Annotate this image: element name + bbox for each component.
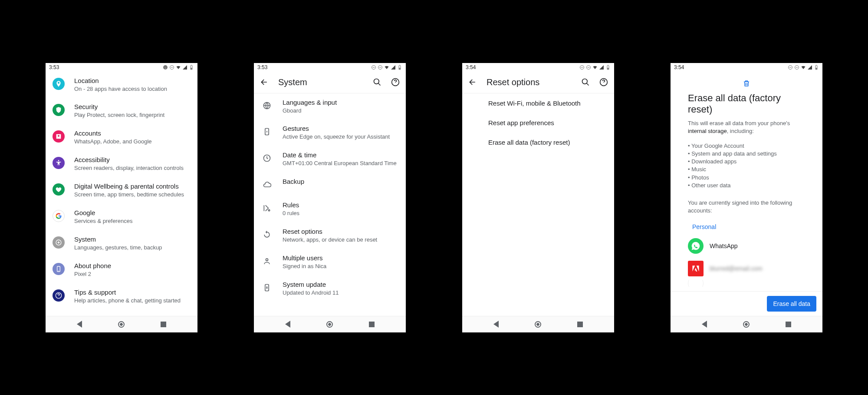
svg-point-5 xyxy=(58,242,59,243)
nav-back[interactable] xyxy=(493,321,499,328)
nav-back[interactable] xyxy=(285,321,290,328)
system-item-clock[interactable]: Date & time GMT+01:00 Central European S… xyxy=(254,146,406,173)
wellbeing-icon xyxy=(53,183,65,196)
clock-icon xyxy=(261,152,273,164)
nav-recent[interactable] xyxy=(577,322,583,327)
help-icon[interactable] xyxy=(391,78,400,86)
nav-home[interactable] xyxy=(118,321,125,328)
phone-settings-main: 3:53 Location On - 28 apps have access t… xyxy=(46,63,197,332)
system-icon xyxy=(53,236,65,249)
settings-item-title: Security xyxy=(74,103,191,110)
system-item-subtitle: Updated to Android 11 xyxy=(283,289,399,297)
system-item-cloud[interactable]: Backup xyxy=(254,173,406,196)
nav-home[interactable] xyxy=(743,321,750,328)
system-item-gesture[interactable]: Gestures Active Edge on, squeeze for you… xyxy=(254,119,406,146)
nav-back[interactable] xyxy=(702,321,707,328)
erase-bullets: Your Google AccountSystem and app data a… xyxy=(688,142,805,189)
settings-item-tips[interactable]: Tips & support Help articles, phone & ch… xyxy=(46,283,197,310)
erase-title: Erase all data (factory reset) xyxy=(688,93,805,115)
statusbar: 3:54 xyxy=(462,63,614,72)
nav-recent[interactable] xyxy=(369,322,375,327)
erase-bullet: Photos xyxy=(688,174,805,182)
settings-item-about[interactable]: About phone Pixel 2 xyxy=(46,257,197,283)
settings-item-subtitle: Languages, gestures, time, backup xyxy=(74,244,191,252)
wifi-icon xyxy=(176,65,181,70)
svg-line-15 xyxy=(378,83,381,86)
back-icon[interactable] xyxy=(468,78,477,86)
settings-item-title: Tips & support xyxy=(74,289,191,296)
cloud-icon xyxy=(261,179,273,191)
account-row-adobe[interactable]: blurred@email.com xyxy=(688,257,805,280)
signal-icon xyxy=(182,65,187,70)
about-icon xyxy=(53,263,65,275)
svg-point-28 xyxy=(582,79,588,84)
svg-rect-35 xyxy=(816,68,817,70)
trash-icon xyxy=(688,80,805,87)
settings-item-system[interactable]: System Languages, gestures, time, backup xyxy=(46,230,197,257)
nav-back[interactable] xyxy=(77,321,82,328)
nav-recent[interactable] xyxy=(786,322,791,327)
appbar-title: Reset options xyxy=(487,77,572,87)
google-icon xyxy=(53,210,65,222)
search-icon[interactable] xyxy=(373,78,381,86)
erase-content: Erase all data (factory reset) This will… xyxy=(671,72,822,316)
appbar-title: System xyxy=(278,77,363,87)
update-icon xyxy=(261,282,273,294)
system-item-subtitle: GMT+01:00 Central European Standard Time xyxy=(283,160,399,167)
settings-item-google[interactable]: Google Services & preferences xyxy=(46,204,197,230)
system-item-rules[interactable]: Rules 0 rules xyxy=(254,196,406,222)
settings-item-accounts[interactable]: Accounts WhatsApp, Adobe, and Google xyxy=(46,124,197,151)
system-item-title: Languages & input xyxy=(283,99,399,106)
svg-rect-27 xyxy=(608,68,609,70)
svg-rect-13 xyxy=(399,68,401,70)
battery-icon xyxy=(189,65,194,70)
back-icon[interactable] xyxy=(260,78,269,86)
erase-bullet: Your Google Account xyxy=(688,142,805,150)
statusbar-time: 3:53 xyxy=(257,64,267,70)
phone-system: 3:53 System Languages & input Gboard xyxy=(254,63,406,332)
settings-item-subtitle: Services & preferences xyxy=(74,218,191,225)
phone-erase-all: 3:54 Erase all data (factory reset) This… xyxy=(671,63,822,332)
settings-item-title: Location xyxy=(74,77,191,84)
signed-in-message: You are currently signed into the follow… xyxy=(688,199,805,215)
statusbar-icons xyxy=(371,65,402,70)
erase-bullet: System and app data and settings xyxy=(688,150,805,158)
settings-item-accessibility[interactable]: Accessibility Screen readers, display, i… xyxy=(46,151,197,177)
navbar xyxy=(462,316,614,332)
system-item-title: Gestures xyxy=(283,125,399,132)
svg-point-7 xyxy=(58,270,59,271)
system-item-title: Backup xyxy=(283,178,399,185)
settings-item-title: Digital Wellbeing & parental controls xyxy=(74,183,191,190)
system-item-update[interactable]: System update Updated to Android 11 xyxy=(254,276,406,302)
system-item-reset[interactable]: Reset options Network, apps, or device c… xyxy=(254,222,406,249)
reset-option-0[interactable]: Reset Wi-Fi, mobile & Bluetooth xyxy=(462,93,614,113)
settings-item-location[interactable]: Location On - 28 apps have access to loc… xyxy=(46,72,197,98)
settings-item-security[interactable]: Security Play Protect, screen lock, fing… xyxy=(46,98,197,124)
nav-home[interactable] xyxy=(326,321,333,328)
system-item-user[interactable]: Multiple users Signed in as Nica xyxy=(254,249,406,276)
account-row-whatsapp[interactable]: WhatsApp xyxy=(688,235,805,257)
account-label: WhatsApp xyxy=(710,242,738,249)
reset-option-1[interactable]: Reset app preferences xyxy=(462,113,614,133)
settings-item-title: Accounts xyxy=(74,129,191,137)
reset-option-2[interactable]: Erase all data (factory reset) xyxy=(462,133,614,152)
svg-line-29 xyxy=(587,83,589,86)
search-icon[interactable] xyxy=(581,78,590,86)
svg-point-14 xyxy=(374,79,379,84)
nav-recent[interactable] xyxy=(161,322,166,327)
help-icon[interactable] xyxy=(599,78,608,86)
phone-reset-options: 3:54 Reset options Reset Wi-Fi, mobile &… xyxy=(462,63,614,332)
navbar xyxy=(671,316,822,332)
dnd-icon xyxy=(169,65,174,70)
erase-all-data-button[interactable]: Erase all data xyxy=(767,296,816,312)
google-icon xyxy=(688,280,704,287)
nav-home[interactable] xyxy=(535,321,541,328)
erase-description: This will erase all data from your phone… xyxy=(688,119,805,135)
system-item-globe[interactable]: Languages & input Gboard xyxy=(254,93,406,120)
system-item-subtitle: Signed in as Nica xyxy=(283,263,399,270)
settings-item-wellbeing[interactable]: Digital Wellbeing & parental controls Sc… xyxy=(46,177,197,204)
account-row-partial xyxy=(688,280,805,287)
settings-item-title: Accessibility xyxy=(74,156,191,163)
globe-icon xyxy=(261,100,273,112)
accounts-tab-personal[interactable]: Personal xyxy=(688,221,805,235)
